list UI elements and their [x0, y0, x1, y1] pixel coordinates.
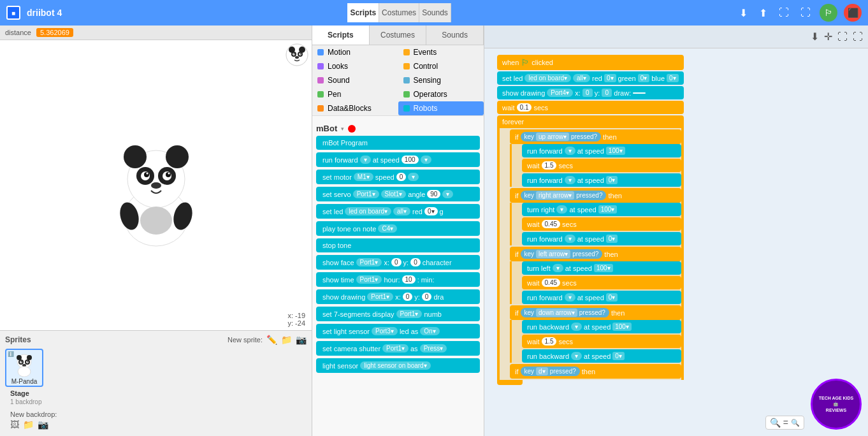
- when-clicked-block[interactable]: when 🏳 clicked: [497, 55, 684, 70]
- expand-script-icon[interactable]: ⛶: [837, 31, 848, 43]
- robots-dot: [403, 105, 410, 112]
- scripting-area: ⬇ ✛ ⛶ ⛶ when 🏳 clicked set led led on bo…: [484, 25, 868, 436]
- cat-col-left: Motion Looks Sound Pen Data&Blocks: [312, 45, 398, 115]
- block-set-light-sensor[interactable]: set light sensor Port3▾ led as On▾: [316, 324, 480, 338]
- block-show-face[interactable]: show face Port1▾ x: 0 y: 0 character: [316, 255, 480, 270]
- upload-icon[interactable]: ⬆: [756, 6, 770, 20]
- svg-point-10: [146, 172, 148, 174]
- upload-sprite-icon[interactable]: 📁: [281, 335, 292, 345]
- cat-sensing[interactable]: Sensing: [398, 73, 484, 87]
- turn-right-100[interactable]: turn right ▾ at speed 100▾: [522, 203, 681, 216]
- zoom-controls: 🔍 = 🔍: [765, 416, 804, 430]
- camera-backdrop-icon[interactable]: 📷: [38, 419, 48, 430]
- forever-label[interactable]: forever: [497, 115, 684, 128]
- tab-sounds[interactable]: Sounds: [419, 3, 451, 22]
- tab-scripts[interactable]: Scripts: [347, 3, 379, 22]
- cat-robots[interactable]: Robots: [398, 101, 484, 115]
- cat-motion[interactable]: Motion: [312, 45, 398, 59]
- svg-point-35: [22, 364, 26, 367]
- tab-sounds-inner[interactable]: Sounds: [426, 25, 484, 45]
- sprite-info-icon[interactable]: ℹ️: [8, 351, 14, 357]
- topbar: ■ driibot 4 Scripts Costumes Sounds ⬇ ⬆ …: [0, 0, 868, 25]
- turn-left-100[interactable]: turn left ▾ at speed 100▾: [522, 261, 681, 275]
- block-light-sensor-reporter[interactable]: light sensor light sensor on board▾: [316, 358, 480, 373]
- block-mbot-program[interactable]: mBot Program: [316, 136, 480, 150]
- set-led-block[interactable]: set led led on board▾ all▾ red 0▾ green …: [497, 71, 684, 85]
- run-forward-0-1[interactable]: run forward ▾ at speed 0▾: [522, 173, 681, 187]
- expand-icon[interactable]: ⛶: [776, 6, 792, 20]
- project-title[interactable]: driibot 4: [27, 8, 62, 18]
- operators-dot: [403, 91, 410, 98]
- if-up-header[interactable]: if key up arrow▾ pressed? then: [510, 129, 681, 144]
- camera-sprite-icon[interactable]: 📷: [296, 335, 307, 345]
- cat-operators[interactable]: Operators: [398, 87, 484, 101]
- data-dot: [317, 105, 324, 112]
- upload-backdrop-icon[interactable]: 📁: [23, 419, 34, 430]
- zoom-reset-button[interactable]: =: [783, 418, 788, 428]
- cat-datablocks[interactable]: Data&Blocks: [312, 101, 398, 115]
- run-forward-0-2[interactable]: run forward ▾ at speed 0▾: [522, 232, 681, 245]
- svg-point-13: [140, 207, 172, 235]
- wait-15-1[interactable]: wait 1.5 secs: [522, 159, 681, 172]
- show-drawing-block[interactable]: show drawing Port4▾ x: 0 y: 0 draw:: [497, 86, 684, 99]
- wait-01-block[interactable]: wait 0.1 secs: [497, 101, 684, 114]
- block-stop-tone[interactable]: stop tone: [316, 238, 480, 252]
- block-show-drawing[interactable]: show drawing Port1▾ x: 0 y: 0 dra: [316, 289, 480, 304]
- run-forward-0-3[interactable]: run forward ▾ at speed 0▾: [522, 291, 681, 304]
- block-set-led[interactable]: set led led on board▾ all▾ red 0▾ g: [316, 204, 480, 219]
- tak-text: TECH AGE KIDS🤖REVIEWS: [819, 395, 854, 412]
- run-forward-100[interactable]: run forward ▾ at speed 100▾: [522, 144, 681, 157]
- fullscreen-icon[interactable]: ⛶: [798, 6, 813, 20]
- add-block-icon[interactable]: ✛: [824, 31, 832, 43]
- stop-button[interactable]: ⬛: [844, 4, 862, 22]
- cat-events[interactable]: Events: [398, 45, 484, 59]
- svg-point-28: [27, 355, 32, 360]
- wait-045-2[interactable]: wait 0.45 secs: [522, 276, 681, 289]
- cat-pen[interactable]: Pen: [312, 87, 398, 101]
- sprites-panel: Sprites New sprite: ✏️ 📁 📷 ℹ️: [0, 330, 312, 436]
- block-show-time[interactable]: show time Port1▾ hour: 10 : min:: [316, 272, 480, 287]
- cat-sound[interactable]: Sound: [312, 73, 398, 87]
- tab-costumes[interactable]: Costumes: [379, 3, 419, 22]
- wait-15-2[interactable]: wait 1.5 secs: [522, 335, 681, 348]
- block-set-servo[interactable]: set servo Port1▾ Slot1▾ angle 90 ▾: [316, 187, 480, 201]
- key-d-sensing: key d▾ pressed?: [521, 367, 580, 376]
- scripts-tab-bar: Scripts Costumes Sounds: [312, 25, 484, 45]
- block-set-camera[interactable]: set camera shutter Port1▾ as Press▾: [316, 341, 480, 356]
- zoom-in-button[interactable]: 🔍: [770, 418, 781, 428]
- tab-scripts-inner[interactable]: Scripts: [312, 25, 370, 45]
- collapse-script-icon[interactable]: ⛶: [853, 31, 863, 43]
- download-script-icon[interactable]: ⬇: [811, 31, 819, 43]
- tab-costumes-inner[interactable]: Costumes: [370, 25, 427, 45]
- if-left-header[interactable]: if key left arrow▾ pressed? then: [510, 247, 681, 261]
- cat-events-label: Events: [414, 48, 437, 57]
- block-set-7seg[interactable]: set 7-segments display Port1▾ numb: [316, 307, 480, 321]
- run-backward-0[interactable]: run backward ▾ at speed 0▾: [522, 349, 681, 363]
- events-dot: [403, 49, 410, 55]
- cat-control[interactable]: Control: [398, 59, 484, 73]
- distance-label: distance: [5, 29, 31, 36]
- green-flag-button[interactable]: 🏳: [820, 4, 837, 22]
- cat-col-right: Events Control Sensing Operators Robots: [398, 45, 484, 115]
- cat-sensing-label: Sensing: [414, 76, 441, 85]
- svg-point-2: [124, 145, 147, 168]
- sprite-item-mpanda[interactable]: ℹ️ M-Panda: [5, 349, 43, 387]
- paint-new-sprite-icon[interactable]: ✏️: [266, 335, 277, 345]
- if-down-header[interactable]: if key down arrow▾ pressed? then: [510, 305, 681, 320]
- key-up-sensing: key up arrow▾ pressed?: [521, 132, 602, 142]
- cat-looks[interactable]: Looks: [312, 59, 398, 73]
- block-set-motor[interactable]: set motor M1▾ speed 0 ▾: [316, 170, 480, 184]
- download-icon[interactable]: ⬇: [737, 6, 750, 20]
- block-play-tone[interactable]: play tone on note C4▾: [316, 221, 480, 236]
- main-layout: distance 5.362069: [0, 25, 868, 436]
- motion-dot: [317, 49, 324, 55]
- run-backward-100[interactable]: run backward ▾ at speed 100▾: [522, 320, 681, 333]
- if-d-header[interactable]: if key d▾ pressed? then: [510, 364, 681, 379]
- block-palette: mBot ▾ mBot Program run forward ▾ at spe…: [312, 116, 484, 436]
- key-down-sensing: key down arrow▾ pressed?: [521, 308, 609, 317]
- paint-backdrop-icon[interactable]: 🖼: [10, 419, 19, 430]
- block-run-forward[interactable]: run forward ▾ at speed 100 ▾: [316, 152, 480, 167]
- zoom-out-button[interactable]: 🔍: [791, 419, 800, 427]
- wait-045-1[interactable]: wait 0.45 secs: [522, 217, 681, 231]
- if-right-header[interactable]: if key right arrow▾ pressed? then: [510, 188, 681, 203]
